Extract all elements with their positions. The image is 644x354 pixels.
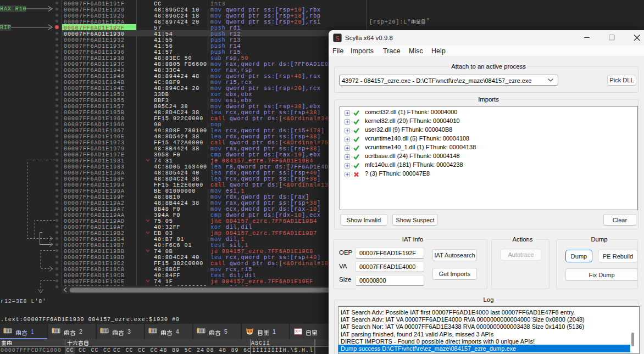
svg-text:S: S <box>335 34 339 42</box>
